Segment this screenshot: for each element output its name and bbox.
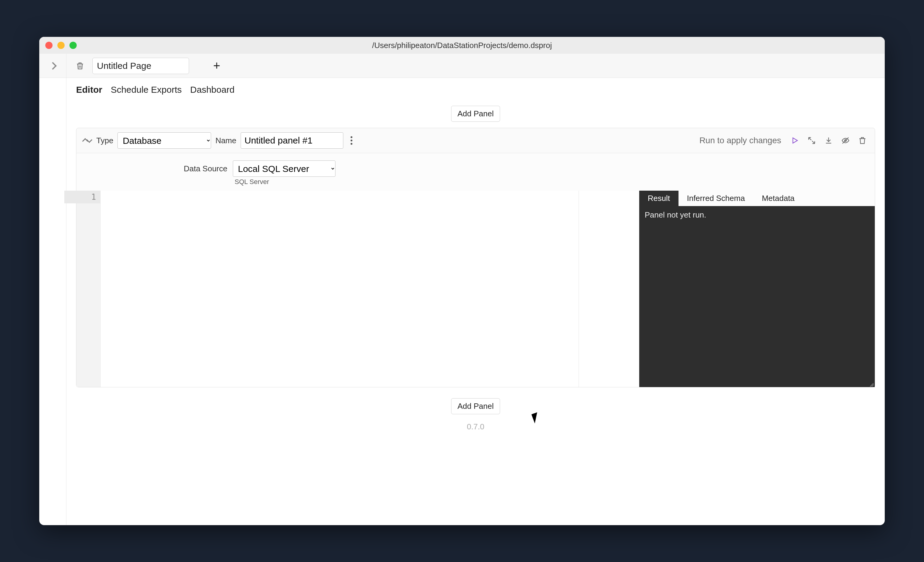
trash-icon (75, 61, 84, 71)
panel-menu-button[interactable] (348, 134, 356, 147)
page-toolbar: + (39, 54, 885, 78)
gutter-line-1: 1 (64, 191, 100, 203)
result-tab-metadata[interactable]: Metadata (753, 191, 803, 206)
chevron-right-icon (49, 62, 57, 69)
editor-gutter: 1 (76, 191, 100, 387)
tab-schedule-exports[interactable]: Schedule Exports (111, 85, 182, 95)
editor-spacer (579, 191, 639, 387)
hide-panel-button[interactable] (839, 134, 852, 147)
result-message: Panel not yet run. (639, 206, 875, 387)
add-page-button[interactable]: + (213, 59, 220, 72)
close-window-button[interactable] (45, 42, 52, 49)
data-source-label: Data Source (184, 164, 227, 173)
name-label: Name (215, 136, 236, 145)
panel-type-select[interactable]: Database (117, 132, 211, 149)
play-icon (790, 136, 799, 145)
sidebar-strip (39, 78, 66, 525)
panel-name-input[interactable] (241, 132, 344, 149)
result-tab-result[interactable]: Result (639, 191, 678, 206)
trash-icon (858, 136, 867, 145)
titlebar: /Users/philipeaton/DataStationProjects/d… (39, 37, 885, 54)
content-row: Editor Schedule Exports Dashboard Add Pa… (39, 78, 885, 525)
tab-editor[interactable]: Editor (76, 85, 102, 95)
window-title: /Users/philipeaton/DataStationProjects/d… (372, 41, 552, 50)
traffic-lights (45, 42, 77, 49)
expand-icon (807, 136, 816, 145)
panel-header: Type Database Name Run to apply changes (76, 128, 875, 153)
add-panel-button-bottom[interactable]: Add Panel (451, 398, 500, 414)
download-panel-button[interactable] (822, 134, 835, 147)
delete-panel-button[interactable] (856, 134, 869, 147)
tab-dashboard[interactable]: Dashboard (190, 85, 235, 95)
add-panel-button-top[interactable]: Add Panel (451, 106, 500, 122)
delete-page-button[interactable] (74, 60, 86, 72)
eye-off-icon (841, 136, 850, 145)
type-label: Type (96, 136, 113, 145)
data-source-sublabel: SQL Server (233, 178, 336, 186)
result-tab-schema[interactable]: Inferred Schema (678, 191, 753, 206)
run-panel-button[interactable] (788, 134, 801, 147)
panel: Type Database Name Run to apply changes (76, 128, 875, 387)
panel-body: 1 Result Inferred Schema Metadata Panel … (76, 191, 875, 387)
download-icon (824, 136, 833, 145)
resize-handle[interactable] (869, 381, 874, 386)
sidebar-toggle[interactable] (39, 54, 66, 78)
maximize-window-button[interactable] (69, 42, 77, 49)
view-tabs: Editor Schedule Exports Dashboard (66, 78, 885, 104)
expand-panel-button[interactable] (806, 134, 818, 147)
result-pane: Result Inferred Schema Metadata Panel no… (639, 191, 875, 387)
version-label: 0.7.0 (467, 422, 484, 431)
main-area: Editor Schedule Exports Dashboard Add Pa… (66, 78, 885, 525)
app-window: /Users/philipeaton/DataStationProjects/d… (39, 37, 885, 525)
code-editor[interactable]: 1 (76, 191, 579, 387)
page-name-input[interactable] (92, 58, 189, 74)
result-tabs: Result Inferred Schema Metadata (639, 191, 875, 206)
panel-subheader: Data Source Local SQL Server SQL Server (76, 153, 875, 191)
run-hint: Run to apply changes (699, 136, 781, 145)
data-source-select[interactable]: Local SQL Server (233, 161, 336, 177)
minimize-window-button[interactable] (57, 42, 64, 49)
editor-text-area[interactable] (100, 191, 579, 387)
